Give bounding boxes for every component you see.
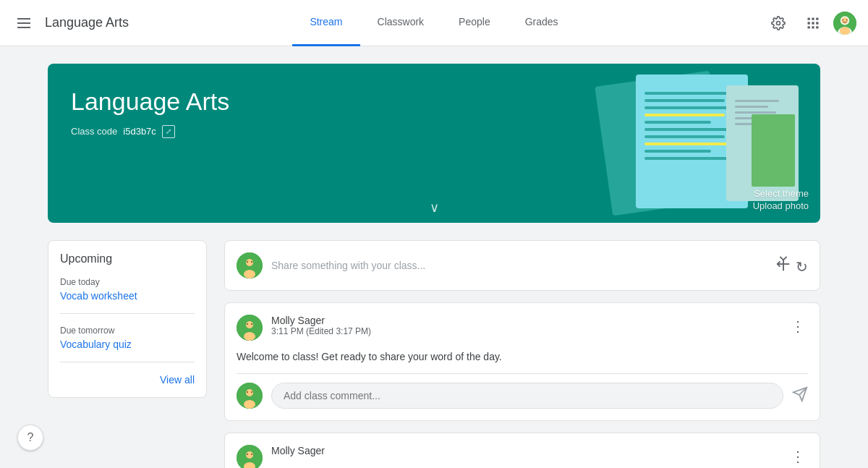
menu-button[interactable] xyxy=(12,12,36,34)
view-all-button[interactable]: View all xyxy=(160,374,195,386)
post-author-avatar-2 xyxy=(237,445,263,468)
paper-line xyxy=(644,150,711,153)
send-comment-button[interactable] xyxy=(792,386,808,406)
assignment-name[interactable]: Vocabulary quiz xyxy=(60,339,195,350)
select-theme-button[interactable]: Select theme xyxy=(754,188,809,199)
post-body: Welcome to class! Get ready to share you… xyxy=(237,349,808,365)
tab-grades[interactable]: Grades xyxy=(508,0,576,46)
header-right xyxy=(712,9,856,38)
svg-rect-8 xyxy=(812,26,814,28)
share-row: Share something with your class... ↻ xyxy=(237,252,808,278)
header-left: Language Arts xyxy=(12,12,156,34)
assignment-name[interactable]: Vocab worksheet xyxy=(60,290,195,302)
tab-classwork[interactable]: Classwork xyxy=(360,0,442,46)
paper-line xyxy=(644,135,725,138)
post-author-name-2: Molly Sager xyxy=(271,445,779,456)
svg-point-16 xyxy=(840,27,850,35)
svg-point-26 xyxy=(244,332,255,341)
paper-line xyxy=(644,121,711,124)
svg-rect-5 xyxy=(812,22,814,24)
header-title: Language Arts xyxy=(45,15,129,30)
svg-point-30 xyxy=(251,391,252,393)
tab-stream[interactable]: Stream xyxy=(292,0,359,46)
banner-title: Language Arts xyxy=(71,87,229,116)
post-author-name: Molly Sager xyxy=(271,315,779,326)
svg-point-36 xyxy=(247,454,248,455)
svg-rect-4 xyxy=(808,22,810,24)
svg-point-15 xyxy=(846,19,848,20)
svg-rect-7 xyxy=(808,26,810,28)
svg-point-31 xyxy=(244,400,255,409)
view-all-container: View all xyxy=(60,374,195,386)
class-code-value: i5d3b7c xyxy=(123,126,156,137)
post-header-2: Molly Sager ⋮ xyxy=(237,445,808,468)
assignment-item: Due today Vocab worksheet xyxy=(60,277,195,314)
class-banner: Language Arts Class code i5d3b7c ⤢ xyxy=(48,64,820,223)
post-meta: Molly Sager 3:11 PM (Edited 3:17 PM) xyxy=(271,315,779,336)
user-avatar-small xyxy=(237,252,263,278)
expand-code-icon[interactable]: ⤢ xyxy=(162,125,175,138)
header: Language Arts Stream Classwork People Gr… xyxy=(0,0,868,46)
svg-point-23 xyxy=(246,321,253,328)
svg-point-28 xyxy=(246,389,253,396)
commenter-avatar xyxy=(237,383,263,409)
svg-point-25 xyxy=(251,323,252,325)
svg-point-37 xyxy=(251,454,252,455)
share-card: Share something with your class... ↻ xyxy=(224,240,820,291)
svg-rect-6 xyxy=(816,22,818,24)
paper-line xyxy=(644,99,725,102)
share-input[interactable]: Share something with your class... xyxy=(271,260,767,271)
svg-point-35 xyxy=(246,451,253,459)
post-card-2: Molly Sager ⋮ xyxy=(224,433,820,468)
post-menu-button-2[interactable]: ⋮ xyxy=(788,445,808,468)
svg-point-24 xyxy=(247,323,248,325)
banner-actions: Select theme Upload photo xyxy=(753,188,809,211)
banner-illustration xyxy=(357,64,820,223)
share-icon[interactable]: ↻ xyxy=(775,256,808,276)
svg-rect-9 xyxy=(816,26,818,28)
svg-rect-2 xyxy=(812,17,814,20)
sidebar: Upcoming Due today Vocab worksheet Due t… xyxy=(48,240,207,398)
post-author-avatar xyxy=(237,315,263,341)
svg-point-21 xyxy=(244,270,255,278)
main-content: Language Arts Class code i5d3b7c ⤢ xyxy=(36,46,832,468)
comment-input[interactable] xyxy=(271,383,783,409)
svg-rect-3 xyxy=(816,17,818,20)
post-card: Molly Sager 3:11 PM (Edited 3:17 PM) ⋮ W… xyxy=(224,302,820,421)
assignment-due: Due tomorrow xyxy=(60,326,195,336)
post-meta-2: Molly Sager xyxy=(271,445,779,456)
paper-highlight-line xyxy=(644,114,725,116)
svg-point-0 xyxy=(777,21,780,25)
paper-line xyxy=(644,92,739,95)
banner-code: Class code i5d3b7c ⤢ xyxy=(71,125,229,138)
assignment-due: Due today xyxy=(60,277,195,287)
upcoming-card: Upcoming Due today Vocab worksheet Due t… xyxy=(48,240,207,398)
paper-line xyxy=(644,106,739,109)
upload-photo-button[interactable]: Upload photo xyxy=(753,200,809,211)
settings-button[interactable] xyxy=(764,9,793,38)
tab-people[interactable]: People xyxy=(441,0,508,46)
post-header: Molly Sager 3:11 PM (Edited 3:17 PM) ⋮ xyxy=(237,315,808,341)
svg-point-18 xyxy=(246,259,253,266)
upcoming-title: Upcoming xyxy=(60,252,195,265)
help-button[interactable]: ? xyxy=(17,425,43,451)
svg-point-19 xyxy=(247,261,248,263)
feed: Share something with your class... ↻ xyxy=(224,240,820,468)
post-time: 3:11 PM (Edited 3:17 PM) xyxy=(271,326,779,336)
apps-button[interactable] xyxy=(799,9,827,38)
paper-line xyxy=(644,128,739,131)
comment-row xyxy=(237,373,808,409)
svg-point-29 xyxy=(247,391,248,393)
post-menu-button[interactable]: ⋮ xyxy=(788,315,808,338)
svg-rect-1 xyxy=(808,17,810,20)
banner-text: Language Arts Class code i5d3b7c ⤢ xyxy=(71,87,229,138)
svg-point-20 xyxy=(251,261,252,263)
assignment-item: Due tomorrow Vocabulary quiz xyxy=(60,326,195,362)
paper-highlight-line xyxy=(644,142,739,145)
banner-chevron[interactable]: ∨ xyxy=(430,200,439,216)
svg-point-14 xyxy=(842,19,843,20)
content-layout: Upcoming Due today Vocab worksheet Due t… xyxy=(48,240,820,468)
main-nav: Stream Classwork People Grades xyxy=(156,0,712,46)
paper-line xyxy=(644,157,739,160)
user-avatar[interactable] xyxy=(833,12,856,35)
